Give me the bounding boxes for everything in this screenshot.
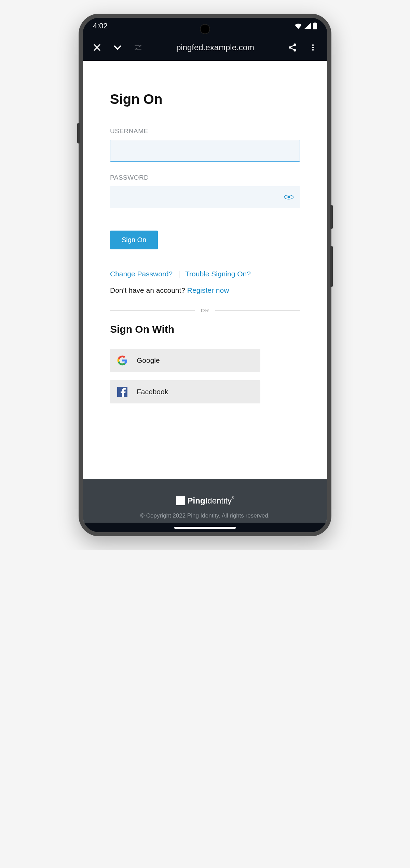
phone-side-button (330, 205, 333, 229)
page-title: Sign On (110, 92, 300, 107)
facebook-label: Facebook (137, 388, 168, 396)
home-indicator[interactable] (174, 527, 236, 529)
no-account-text: Don't have an account? (110, 286, 187, 294)
more-vert-icon[interactable] (305, 39, 321, 56)
status-time: 4:02 (93, 22, 108, 30)
chevron-down-icon[interactable] (109, 39, 126, 56)
password-field-wrap: PASSWORD (110, 174, 300, 208)
camera-notch (200, 24, 210, 34)
sign-on-with-title: Sign On With (110, 323, 300, 335)
change-password-link[interactable]: Change Password? (110, 270, 173, 278)
google-label: Google (137, 356, 160, 364)
page: Sign On USERNAME PASSWORD Sign On (83, 61, 327, 523)
share-icon[interactable] (284, 39, 301, 56)
svg-point-3 (136, 49, 137, 50)
eye-icon[interactable] (284, 194, 294, 201)
username-input[interactable] (110, 140, 300, 162)
phone-frame: 4:02 pin (79, 14, 331, 536)
svg-point-5 (289, 46, 291, 49)
facebook-signin-button[interactable]: Facebook (110, 380, 260, 403)
svg-point-9 (312, 49, 314, 51)
phone-side-button (330, 246, 333, 287)
svg-rect-1 (313, 23, 317, 29)
username-label: USERNAME (110, 127, 300, 135)
wifi-icon (295, 23, 302, 29)
password-input[interactable] (110, 186, 300, 208)
svg-point-6 (294, 49, 296, 52)
url-text[interactable]: pingfed.example.com (150, 43, 280, 52)
ping-identity-logo: PingIdentity® (90, 496, 320, 506)
close-icon[interactable] (89, 39, 105, 56)
google-signin-button[interactable]: Google (110, 349, 260, 372)
cell-signal-icon (304, 23, 311, 29)
trouble-signing-on-link[interactable]: Trouble Signing On? (185, 270, 251, 278)
svg-point-8 (312, 47, 314, 48)
or-divider: OR (110, 307, 300, 313)
facebook-icon (117, 386, 128, 397)
copyright-text: © Copyright 2022 Ping Identity. All righ… (90, 512, 320, 519)
svg-point-4 (294, 43, 296, 46)
browser-bar: pingfed.example.com (83, 34, 327, 61)
svg-point-2 (139, 45, 140, 46)
svg-point-10 (288, 196, 290, 198)
link-separator: | (178, 270, 180, 278)
divider-line (215, 310, 300, 311)
or-text: OR (201, 307, 209, 313)
battery-icon (313, 23, 317, 29)
google-icon (117, 355, 128, 366)
password-label: PASSWORD (110, 174, 300, 181)
links-row: Change Password? | Trouble Signing On? (110, 270, 300, 278)
signon-button[interactable]: Sign On (110, 231, 158, 249)
divider-line (110, 310, 195, 311)
username-field-wrap: USERNAME (110, 127, 300, 162)
register-row: Don't have an account? Register now (110, 286, 300, 294)
logo-square-icon (176, 496, 185, 505)
register-link[interactable]: Register now (187, 286, 229, 294)
content-area: Sign On USERNAME PASSWORD Sign On (83, 61, 327, 479)
phone-screen: 4:02 pin (83, 18, 327, 532)
footer: PingIdentity® © Copyright 2022 Ping Iden… (83, 479, 327, 523)
svg-point-7 (312, 44, 314, 46)
phone-side-button (77, 123, 80, 143)
svg-rect-0 (314, 23, 316, 23)
tune-icon[interactable] (130, 39, 146, 56)
